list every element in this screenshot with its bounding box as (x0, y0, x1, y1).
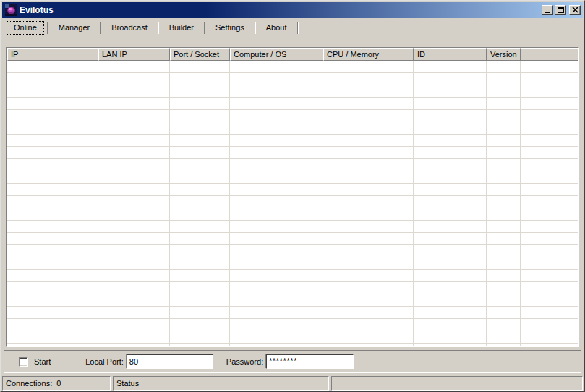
minimize-button[interactable] (542, 5, 553, 15)
password-label: Password: (226, 357, 263, 366)
toolbar-separator (158, 22, 159, 34)
tab-builder[interactable]: Builder (162, 21, 201, 35)
size-grip[interactable] (573, 380, 581, 389)
toolbar-separator (297, 22, 299, 34)
status-bar: Connections: 0 Status (1, 376, 584, 392)
maximize-icon (558, 7, 564, 13)
toolbar-separator (47, 22, 48, 34)
column-header-cpu-memory[interactable]: CPU / Memory (323, 48, 414, 61)
column-header-version[interactable]: Version (487, 48, 521, 61)
tab-broadcast[interactable]: Broadcast (104, 21, 155, 35)
listview-header: IP LAN IP Port / Socket Computer / OS CP… (7, 48, 578, 61)
grid-column (487, 61, 521, 346)
lotus-icon (5, 4, 17, 16)
titlebar[interactable]: Evilotus (2, 2, 583, 18)
column-header-lan-ip[interactable]: LAN IP (98, 48, 170, 61)
start-checkbox-label: Start (34, 357, 51, 366)
toolbar-separator (255, 22, 256, 34)
app-window: Evilotus Online Manager Broadcast Builde… (0, 0, 585, 392)
close-icon (572, 7, 578, 13)
local-port-input[interactable] (127, 354, 213, 369)
connections-count-panel: Connections: 0 (2, 376, 111, 391)
maximize-button[interactable] (555, 5, 566, 15)
column-header-id[interactable]: ID (414, 48, 487, 61)
grid-column (323, 61, 414, 346)
statusbar-filler-panel (331, 376, 583, 391)
status-text: Status (116, 379, 139, 388)
minimize-icon (545, 12, 550, 13)
column-header-port-socket[interactable]: Port / Socket (170, 48, 230, 61)
status-panel: Status (113, 376, 329, 391)
connections-listview: IP LAN IP Port / Socket Computer / OS CP… (6, 47, 579, 347)
close-button[interactable] (569, 5, 581, 15)
toolbar-separator (204, 22, 205, 34)
tab-manager[interactable]: Manager (51, 21, 97, 35)
column-header-computer-os[interactable]: Computer / OS (230, 48, 323, 61)
window-title: Evilotus (20, 5, 542, 15)
window-controls (542, 5, 581, 15)
column-header-filler (521, 48, 578, 61)
grid-column (414, 61, 487, 346)
grid-column (7, 61, 98, 346)
tab-online[interactable]: Online (7, 21, 44, 35)
grid-column (230, 61, 323, 346)
server-control-panel: Start Local Port: Password: (4, 350, 581, 373)
start-checkbox[interactable] (19, 357, 28, 367)
app-icon[interactable] (5, 4, 17, 16)
grid-column (521, 61, 578, 346)
tab-about[interactable]: About (259, 21, 294, 35)
listview-body[interactable] (7, 61, 578, 346)
grid-column (98, 61, 170, 346)
password-input[interactable] (266, 354, 354, 369)
tab-settings[interactable]: Settings (208, 21, 252, 35)
toolbar-separator (100, 22, 101, 34)
local-port-label: Local Port: (85, 357, 124, 366)
grid-column (170, 61, 230, 346)
column-header-ip[interactable]: IP (7, 48, 98, 61)
toolbar: Online Manager Broadcast Builder Setting… (2, 20, 583, 35)
connections-count: Connections: 0 (6, 379, 61, 388)
